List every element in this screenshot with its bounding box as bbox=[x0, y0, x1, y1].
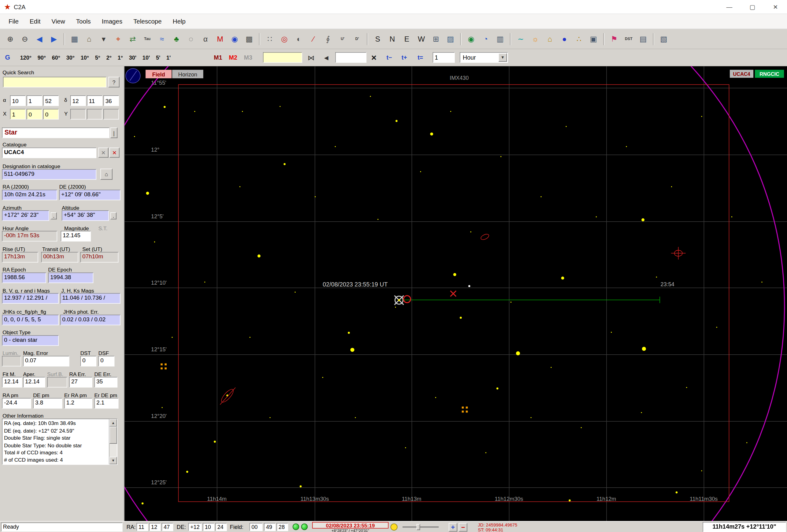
m1-button[interactable]: M1 bbox=[214, 54, 222, 61]
menu-tools[interactable]: Tools bbox=[71, 14, 96, 29]
fov-button-2deg[interactable]: 2° bbox=[103, 52, 115, 63]
catalogue-field[interactable]: UCAC4 bbox=[2, 148, 97, 158]
dome-icon[interactable]: ⌂ bbox=[82, 32, 96, 46]
comets-icon[interactable]: ∕ bbox=[307, 32, 320, 46]
badge-rngcic[interactable]: RNGCIC bbox=[755, 70, 784, 78]
fov-button-5min[interactable]: 5' bbox=[153, 52, 163, 63]
x1-input[interactable] bbox=[10, 109, 26, 119]
deep-sky-icon[interactable]: ◉ bbox=[228, 32, 241, 46]
flip-horizontal-icon[interactable]: ⋈ bbox=[305, 52, 317, 64]
alpha-m-input[interactable] bbox=[27, 95, 42, 106]
scroll-up-button[interactable]: ▲ bbox=[109, 419, 117, 427]
asteroids-icon[interactable]: ∮ bbox=[321, 32, 335, 46]
link-objects-icon[interactable]: ⇄ bbox=[126, 32, 140, 46]
designation-slew-button[interactable]: ⌂ bbox=[100, 169, 112, 180]
time-unit-select[interactable]: Hour ▼ bbox=[460, 52, 508, 63]
alpha-h-input[interactable] bbox=[10, 95, 26, 106]
deepsky-labels-icon[interactable]: D′ bbox=[350, 32, 364, 46]
clipboard-icon[interactable]: ▧ bbox=[657, 32, 671, 46]
fov-button-1min[interactable]: 1' bbox=[163, 52, 174, 63]
orientation-compass[interactable] bbox=[125, 68, 140, 83]
chevron-down-icon[interactable]: ▼ bbox=[498, 53, 507, 62]
m3-button[interactable]: M3 bbox=[244, 54, 252, 61]
reference-cross-marker[interactable] bbox=[449, 290, 457, 297]
fov-button-10deg[interactable]: 10° bbox=[78, 52, 92, 63]
double-star-marker[interactable] bbox=[462, 407, 468, 413]
galaxy-marker[interactable] bbox=[674, 250, 682, 256]
fov-button-120deg[interactable]: 120° bbox=[17, 52, 35, 63]
alpha-labels-icon[interactable]: α bbox=[199, 32, 212, 46]
menu-telescope[interactable]: Telescope bbox=[128, 14, 167, 29]
galaxy-marker[interactable] bbox=[480, 233, 490, 241]
menu-file[interactable]: File bbox=[3, 14, 24, 29]
comet-filter-icon[interactable]: ◄ bbox=[320, 52, 332, 64]
grid-toggle-icon[interactable]: ▦ bbox=[68, 32, 81, 46]
messier-icon[interactable]: M bbox=[213, 32, 227, 46]
scroll-thumb[interactable] bbox=[109, 427, 117, 444]
y3-input[interactable] bbox=[103, 109, 119, 119]
delta-s-input[interactable] bbox=[103, 95, 119, 106]
time-icon[interactable]: ◔ bbox=[479, 32, 492, 46]
panel-pin-button[interactable]: | bbox=[110, 127, 118, 138]
fov-button-10min[interactable]: 10' bbox=[140, 52, 153, 63]
quick-search-input[interactable] bbox=[3, 77, 106, 87]
ellipse-tool-icon[interactable]: ◌ bbox=[184, 32, 197, 46]
planets-icon[interactable]: ◎ bbox=[278, 32, 291, 46]
taurus-icon[interactable]: Tau bbox=[141, 32, 154, 46]
clear-search-button[interactable]: ✕ bbox=[368, 52, 380, 64]
fov-button-60deg[interactable]: 60° bbox=[49, 52, 63, 63]
time-step-input[interactable] bbox=[433, 52, 455, 63]
ccd-camera-icon[interactable]: ▣ bbox=[587, 32, 600, 46]
milky-way-icon[interactable]: ▩ bbox=[242, 32, 256, 46]
tab-field[interactable]: Field bbox=[146, 70, 172, 78]
filter-input[interactable] bbox=[335, 52, 367, 63]
azimuth-more-button[interactable]: . bbox=[51, 212, 57, 219]
moon-icon[interactable]: ◐ bbox=[292, 32, 305, 46]
time-minus-button[interactable]: t− bbox=[386, 54, 392, 61]
catalogue-clear-button[interactable]: ✕ bbox=[109, 148, 120, 158]
history-forward-icon[interactable]: ▶ bbox=[47, 32, 61, 46]
m2-button[interactable]: M2 bbox=[229, 54, 237, 61]
fov-button-30min[interactable]: 30' bbox=[126, 52, 140, 63]
sky-chart[interactable]: 11°55'12°12°5'12°10'12°15'12°20'12°25'11… bbox=[124, 66, 787, 521]
fov-button-5deg[interactable]: 5° bbox=[92, 52, 103, 63]
west-icon[interactable]: W bbox=[414, 32, 428, 46]
sun-icon[interactable]: ☼ bbox=[529, 32, 542, 46]
y2-input[interactable] bbox=[87, 109, 102, 119]
menu-edit[interactable]: Edit bbox=[24, 14, 46, 29]
x3-input[interactable] bbox=[43, 109, 59, 119]
catalogue-swap-button[interactable]: ✕ bbox=[99, 148, 109, 158]
badge-catalogue[interactable]: UCAC4 bbox=[730, 70, 753, 78]
star-density-icon[interactable]: ∷ bbox=[263, 32, 276, 46]
galaxy-marker[interactable] bbox=[219, 387, 235, 404]
menu-help[interactable]: Help bbox=[167, 14, 191, 29]
east-icon[interactable]: E bbox=[400, 32, 413, 46]
alpha-s-input[interactable] bbox=[43, 95, 59, 106]
minimize-button[interactable]: — bbox=[718, 0, 741, 14]
designation-field[interactable]: 511-049679 bbox=[2, 169, 97, 179]
menu-images[interactable]: Images bbox=[96, 14, 128, 29]
slider-thumb[interactable] bbox=[417, 524, 420, 530]
north-icon[interactable]: N bbox=[386, 32, 399, 46]
frame-rotate-icon[interactable]: ⚑ bbox=[607, 32, 621, 46]
tree-icon[interactable]: ♣ bbox=[170, 32, 183, 46]
history-back-icon[interactable]: ◀ bbox=[33, 32, 46, 46]
x2-input[interactable] bbox=[27, 109, 42, 119]
ephemeris-icon[interactable]: ▥ bbox=[493, 32, 507, 46]
fov-button-30deg[interactable]: 30° bbox=[63, 52, 78, 63]
grid-g-button[interactable]: G bbox=[5, 54, 10, 61]
quick-search-help-button[interactable]: ? bbox=[109, 77, 120, 87]
y1-input[interactable] bbox=[70, 109, 86, 119]
south-icon[interactable]: S bbox=[371, 32, 384, 46]
maximize-button[interactable]: ▢ bbox=[741, 0, 764, 14]
time-speed-slider[interactable] bbox=[403, 524, 439, 530]
dome-dropdown-icon[interactable]: ▾ bbox=[97, 32, 110, 46]
other-info-scrollbar[interactable]: ▲ ▼ bbox=[109, 419, 117, 464]
spectrum-icon[interactable]: ∼ bbox=[514, 32, 527, 46]
time-increment-button[interactable]: + bbox=[449, 523, 458, 532]
zoom-in-icon[interactable]: ⊕ bbox=[3, 32, 17, 46]
object-search-input[interactable] bbox=[263, 52, 302, 63]
center-field-icon[interactable]: ⊞ bbox=[429, 32, 443, 46]
horizon-fill-icon[interactable]: ▨ bbox=[444, 32, 457, 46]
double-star-marker[interactable] bbox=[161, 364, 167, 370]
